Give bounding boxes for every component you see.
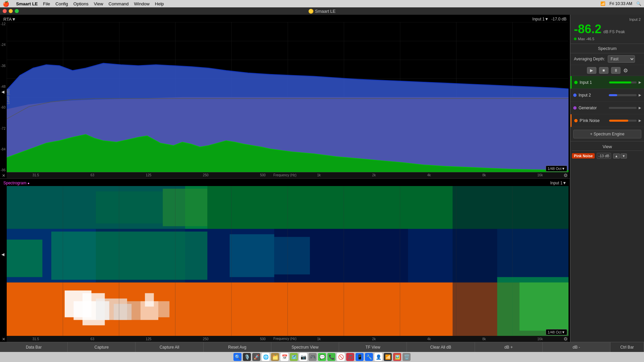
minimize-button[interactable] [9, 9, 13, 13]
rta-db-value: -17.0 dB [551, 17, 567, 21]
spectrogram-close-icon[interactable]: ✕ [2, 337, 5, 342]
rta-input-label[interactable]: Input 1▼ [532, 17, 549, 21]
add-spectrum-engine-button[interactable]: + Spectrum Engine [573, 130, 641, 138]
maximize-button[interactable] [15, 9, 19, 13]
ch1-name[interactable]: Input 1 [580, 80, 607, 85]
sg-freq-125: 125 [146, 337, 152, 341]
pn-down-button[interactable]: ▼ [621, 154, 627, 159]
menu-command[interactable]: Command [109, 1, 129, 6]
menu-view[interactable]: View [94, 1, 103, 6]
dock-wifi[interactable]: 📶 [384, 353, 392, 361]
dock-appstore[interactable]: 📱 [356, 353, 364, 361]
stop-button[interactable]: ■ [599, 67, 608, 74]
pn-up-button[interactable]: ▲ [613, 154, 620, 159]
spectrogram-label[interactable]: Spectrogram ● [3, 181, 30, 185]
meter-input-label: Input 2 [574, 17, 641, 21]
svg-rect-25 [145, 293, 154, 306]
capture-button[interactable]: Capture [68, 342, 136, 352]
dock-xcode[interactable]: 🔧 [365, 353, 373, 361]
rta-settings-icon[interactable]: ⚙ [564, 173, 568, 178]
data-bar-button[interactable]: Data Bar [0, 342, 68, 352]
dock-music[interactable]: 🎵 [346, 353, 354, 361]
app-name: Smaart LE [16, 1, 38, 6]
ctrl-bar-button[interactable]: Ctrl Bar [610, 342, 644, 352]
dock-photos[interactable]: 📷 [299, 353, 307, 361]
averaging-select[interactable]: Fast Slow Medium Very Fast [608, 55, 635, 63]
spectrum-title: Spectrum [571, 44, 644, 53]
channel-input1: Input 1 ▶ [571, 76, 644, 89]
sg-freq-4k: 4k [427, 337, 431, 341]
spectrogram-side-arrow[interactable]: ◀ [1, 252, 4, 257]
ch3-name[interactable]: Generator [579, 106, 607, 110]
meter-value-row: -86.2 dB FS Peak [574, 22, 641, 36]
ch2-name[interactable]: Input 2 [579, 93, 607, 98]
dock-chrome[interactable]: 🌐 [262, 353, 270, 361]
window-controls[interactable] [3, 9, 19, 13]
dock-siri[interactable]: 🎙️ [243, 353, 251, 361]
rta-side-arrow[interactable]: ◀ [1, 89, 4, 94]
dock-files[interactable]: 🗂️ [271, 353, 279, 361]
rta-freq-4k: 4k [427, 173, 431, 177]
menu-config[interactable]: Config [55, 1, 68, 6]
pink-noise-badge[interactable]: Pink Noise [572, 153, 595, 159]
ch3-arrow[interactable]: ▶ [639, 106, 641, 110]
ch4-name[interactable]: P'ink Noise [580, 118, 607, 123]
tf-view-button[interactable]: TF View [339, 342, 407, 352]
pink-noise-db[interactable]: -13 dB [597, 153, 611, 159]
rta-freq-63: 63 [91, 173, 94, 177]
dock-news[interactable]: 🚫 [337, 353, 345, 361]
dock-preview[interactable]: 🖼️ [393, 353, 401, 361]
dock-games[interactable]: 🎮 [309, 353, 317, 361]
wifi-icon: 📶 [600, 1, 605, 6]
spectrogram-input-label[interactable]: Input 1▼ [550, 181, 567, 185]
dock-maps[interactable]: 🗺️ [290, 353, 298, 361]
clear-all-db-button[interactable]: Clear All dB [407, 342, 475, 352]
svg-rect-27 [51, 231, 207, 280]
menu-file[interactable]: File [43, 1, 50, 6]
reset-avg-button[interactable]: Reset Avg [204, 342, 271, 352]
dock-calendar[interactable]: 📅 [280, 353, 288, 361]
rta-freq-2k: 2k [372, 173, 376, 177]
svg-rect-29 [230, 234, 274, 277]
y-label-72: -72 [1, 127, 5, 130]
capture-all-button[interactable]: Capture All [136, 342, 203, 352]
spectrum-view-button[interactable]: Spectrum View [271, 342, 339, 352]
panels-area: RTA▼ Input 1▼ -17.0 dB -12 -24 -36 -48 -… [0, 15, 570, 342]
dock-launchpad[interactable]: 🚀 [252, 353, 260, 361]
settings-icon[interactable]: ⚙ [623, 67, 628, 74]
y-label-96: -96 [1, 168, 5, 172]
y-label-12: -12 [1, 22, 5, 26]
db-plus-button[interactable]: dB + [475, 342, 543, 352]
averaging-label: Averaging Depth: [574, 57, 605, 61]
play-button[interactable]: ▶ [587, 67, 596, 74]
dock-contacts[interactable]: 👤 [374, 353, 382, 361]
rta-oct-label: 1/48 Oct▼ [548, 167, 565, 171]
dock-messages[interactable]: 💬 [318, 353, 326, 361]
pause-button[interactable]: ⏸ [611, 67, 621, 74]
close-button[interactable] [3, 9, 7, 13]
ch2-arrow[interactable]: ▶ [639, 93, 641, 97]
apple-icon[interactable]: 🍎 [3, 1, 9, 7]
dock-trash[interactable]: 🗑️ [402, 353, 411, 361]
sidebar: Input 2 -86.2 dB FS Peak Max -46.5 Spect… [570, 15, 644, 342]
titlebar: 🟡 Smaart LE [0, 7, 644, 15]
ch1-arrow[interactable]: ▶ [639, 80, 641, 84]
ch4-arrow[interactable]: ▶ [639, 119, 641, 122]
search-icon[interactable]: 🔍 [636, 1, 641, 6]
menu-options[interactable]: Options [73, 1, 89, 6]
db-minus-button[interactable]: dB - [543, 342, 610, 352]
rta-oct-badge[interactable]: 1/48 Oct▼ [546, 166, 567, 172]
menu-help[interactable]: Help [155, 1, 164, 6]
menu-window[interactable]: Window [134, 1, 150, 6]
rta-close-icon[interactable]: ✕ [2, 173, 5, 178]
rta-freq-16k: 16k [537, 173, 543, 177]
spectrogram-settings-icon[interactable]: ⚙ [564, 336, 568, 342]
dock-facetime[interactable]: 📞 [327, 353, 335, 361]
rta-label[interactable]: RTA▼ [3, 17, 16, 22]
spectrogram-oct-badge[interactable]: 1/48 Oct▼ [546, 329, 567, 335]
dock-finder[interactable]: 🔍 [233, 353, 241, 361]
svg-rect-23 [127, 301, 141, 320]
rta-freq-250: 250 [203, 173, 209, 177]
sg-freq-2k: 2k [372, 337, 376, 341]
svg-rect-43 [520, 282, 569, 330]
